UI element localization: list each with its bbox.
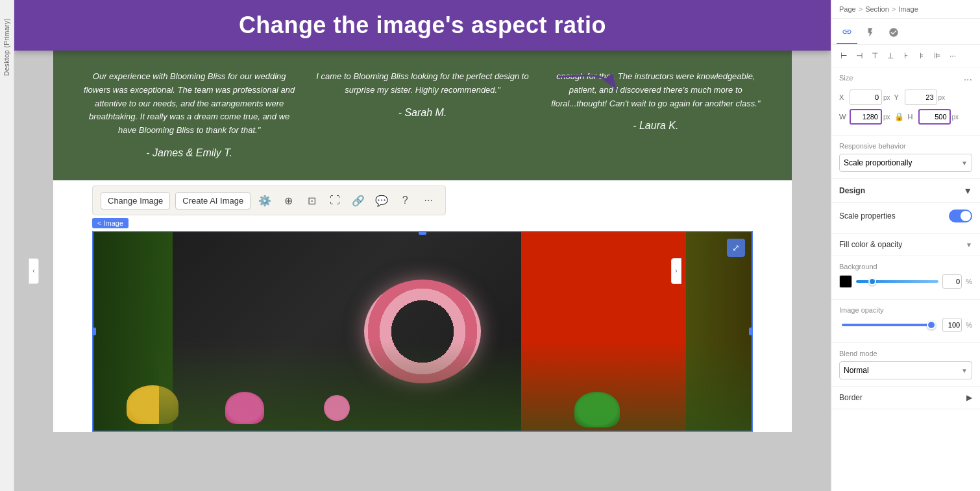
breadcrumb-page: Page	[839, 5, 856, 13]
image-badge-text: < Image	[97, 219, 123, 227]
image-opacity-label: Image opacity	[839, 306, 972, 314]
help-icon-button[interactable]: ?	[396, 191, 414, 210]
dots-icon: ···	[949, 51, 956, 60]
tab-accessibility[interactable]	[883, 23, 904, 44]
left-sidebar: Desktop (Primary)	[0, 0, 14, 491]
design-label: Design	[839, 186, 865, 195]
background-label: Background	[839, 263, 972, 270]
more-icon-button[interactable]: ···	[419, 191, 437, 210]
crop-icon-button[interactable]: ⊡	[302, 191, 321, 210]
background-opacity-input[interactable]	[942, 274, 962, 289]
design-section: Design ▼	[831, 179, 980, 203]
sidebar-label: Desktop (Primary)	[3, 18, 10, 76]
tutorial-banner: Change the image's aspect ratio	[14, 0, 831, 51]
resize-handle-top[interactable]	[419, 231, 426, 235]
blend-mode-arrow: ▼	[961, 367, 968, 374]
align-center-h-button[interactable]: ⊣	[852, 49, 866, 63]
lock-aspect-icon[interactable]: 🔒	[894, 112, 904, 121]
change-image-button[interactable]: Change Image	[101, 192, 170, 210]
panel-dots-button[interactable]: ···	[946, 49, 960, 63]
page-content: Our experience with Blooming Bliss for o…	[14, 51, 831, 491]
w-size-group: W px	[839, 109, 890, 125]
resize-handle-left[interactable]	[92, 328, 96, 335]
resize-handle-right[interactable]	[749, 328, 753, 335]
image-opacity-row: %	[839, 318, 972, 332]
x-label: X	[839, 93, 848, 101]
scale-props-row: Scale properties	[839, 210, 972, 222]
align-right-button[interactable]: ⊤	[868, 49, 882, 63]
border-expand-arrow[interactable]: ▶	[966, 393, 972, 402]
page-frame: Our experience with Blooming Bliss for o…	[53, 51, 792, 432]
scale-props-toggle[interactable]	[949, 210, 972, 222]
left-panel-collapse-button[interactable]: ‹	[29, 258, 39, 284]
blend-mode-label: Blend mode	[839, 350, 972, 357]
image-opacity-section: Image opacity %	[831, 300, 980, 343]
panel-tabs	[831, 19, 980, 45]
w-label: W	[839, 113, 848, 121]
x-position-group: X px	[839, 90, 890, 105]
align-top-button[interactable]: ⊥	[883, 49, 898, 63]
tab-link[interactable]	[837, 23, 857, 44]
shop-scene-bg	[93, 232, 752, 431]
h-input[interactable]	[918, 109, 951, 125]
align-left-button[interactable]: ⊢	[837, 49, 851, 63]
border-label: Border	[839, 393, 863, 402]
image-toolbar: Change Image Create AI Image ⚙️ ⊕ ⊡ ⛶ 🔗 …	[92, 186, 446, 215]
y-input[interactable]	[905, 90, 937, 105]
arrow-annotation	[545, 64, 623, 118]
expand-icon-button[interactable]: ⛶	[326, 191, 344, 210]
canvas-area: Change the image's aspect ratio Our expe…	[14, 0, 831, 491]
testimonial-2: I came to Blooming Bliss looking for the…	[312, 70, 532, 161]
distribute-h-button[interactable]: ⊧	[914, 49, 929, 63]
image-opacity-input[interactable]	[942, 318, 962, 332]
fill-color-toggle[interactable]: ▼	[966, 241, 972, 248]
w-input[interactable]	[850, 109, 882, 125]
distribute-v-button[interactable]: ⊫	[930, 49, 944, 63]
settings-icon-button[interactable]: ⚙️	[256, 191, 274, 210]
responsive-value: Scale proportionally	[844, 158, 912, 167]
comment-icon-button[interactable]: 💬	[373, 191, 391, 210]
right-panel-collapse-button[interactable]: ›	[671, 258, 681, 284]
background-color-row: %	[839, 274, 972, 289]
responsive-dropdown[interactable]: Scale proportionally ▼	[839, 154, 972, 172]
img-opacity-percent: %	[966, 321, 972, 329]
fill-color-section: Fill color & opacity ▼	[831, 234, 980, 256]
link-icon-button[interactable]: 🔗	[349, 191, 367, 210]
x-input[interactable]	[850, 90, 882, 105]
background-color-swatch[interactable]	[839, 275, 852, 288]
breadcrumb-sep-1: >	[859, 5, 863, 13]
duplicate-icon-button[interactable]: ⊕	[279, 191, 297, 210]
x-unit: px	[883, 94, 890, 101]
background-section: Background %	[831, 256, 980, 300]
y-position-group: Y px	[894, 90, 946, 105]
image-opacity-slider[interactable]	[842, 324, 936, 326]
tab-bolt[interactable]	[860, 23, 881, 44]
blend-mode-section: Blend mode Normal ▼	[831, 343, 980, 387]
expand-fullscreen-icon[interactable]: ⤢	[727, 239, 745, 257]
h-label: H	[908, 113, 917, 121]
design-toggle[interactable]: ▼	[963, 186, 972, 196]
testimonials-section: Our experience with Blooming Bliss for o…	[53, 51, 792, 180]
breadcrumb-sep-2: >	[892, 5, 896, 13]
testimonial-3-author: - Laura K.	[546, 120, 766, 132]
right-properties-panel: Page > Section > Image ⊢ ⊣ ⊤ ⊥ ⊦ ⊧ ⊫ ···…	[831, 0, 980, 491]
testimonial-1-author: - James & Emily T.	[79, 147, 299, 159]
h-unit: px	[952, 114, 959, 121]
blend-mode-dropdown[interactable]: Normal ▼	[839, 361, 972, 379]
create-ai-button[interactable]: Create AI Image	[175, 192, 251, 210]
blend-mode-value: Normal	[844, 366, 869, 375]
panel-alignment-toolbar: ⊢ ⊣ ⊤ ⊥ ⊦ ⊧ ⊫ ···	[831, 45, 980, 67]
testimonial-2-text: I came to Blooming Bliss looking for the…	[312, 70, 532, 97]
tutorial-banner-text: Change the image's aspect ratio	[239, 12, 606, 38]
align-bottom-button[interactable]: ⊦	[899, 49, 913, 63]
y-unit: px	[938, 94, 946, 101]
size-label: Size	[839, 74, 853, 82]
responsive-label: Responsive behavior	[839, 142, 972, 150]
size-options-dots[interactable]: ···	[964, 74, 972, 86]
flower-image-container[interactable]: ⤢	[92, 231, 753, 432]
image-badge: < Image	[92, 218, 129, 228]
bg-percent-label: %	[966, 278, 972, 285]
panel-breadcrumb: Page > Section > Image	[831, 0, 980, 19]
y-label: Y	[894, 93, 903, 101]
background-color-slider[interactable]	[856, 280, 938, 283]
